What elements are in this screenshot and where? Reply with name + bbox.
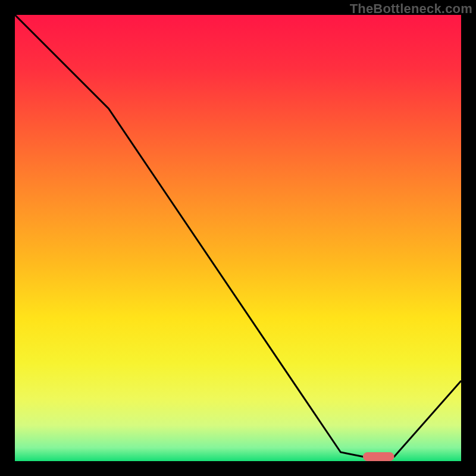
optimal-range-marker	[363, 452, 394, 461]
plot-area	[15, 15, 461, 461]
chart-svg	[15, 15, 461, 461]
chart-frame: TheBottleneck.com	[0, 0, 476, 476]
watermark-text: TheBottleneck.com	[350, 1, 472, 17]
